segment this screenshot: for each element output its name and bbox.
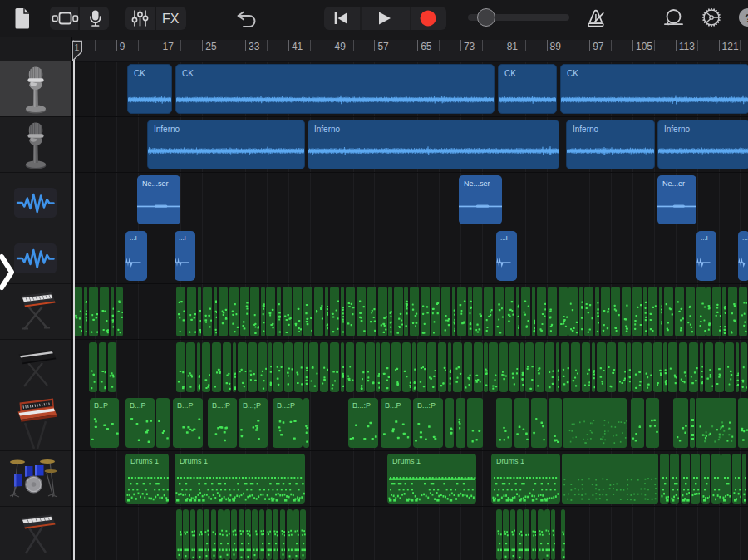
svg-text:?: ? [745,11,748,25]
svg-text:1: 1 [75,42,80,52]
svg-text:FX: FX [162,12,180,26]
